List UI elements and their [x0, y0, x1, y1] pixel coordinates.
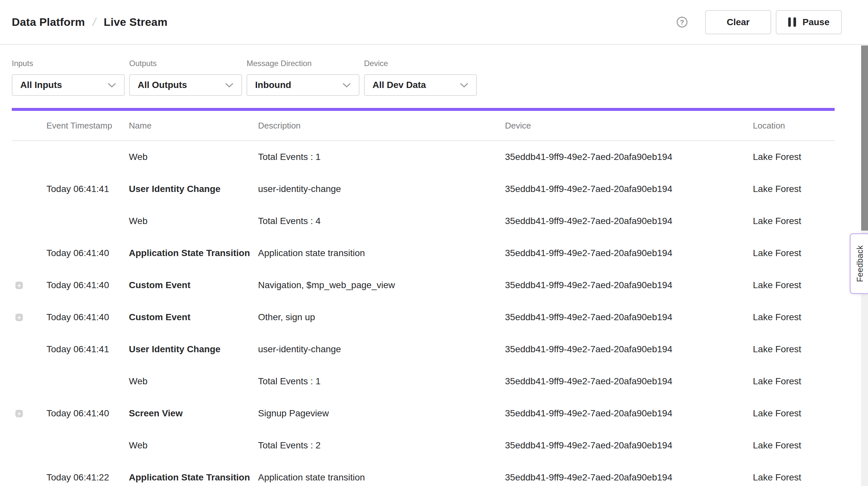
feedback-tab-label: Feedback [855, 245, 865, 282]
pause-button-label: Pause [803, 17, 830, 28]
filter-inputs: Inputs All Inputs [12, 60, 125, 96]
cell-location: Lake Forest [753, 472, 835, 483]
cell-device: 35eddb41-9ff9-49e2-7aed-20afa90eb194 [505, 280, 753, 291]
inputs-select[interactable]: All Inputs [12, 74, 125, 96]
cell-location: Lake Forest [753, 376, 835, 387]
cell-name: User Identity Change [129, 344, 258, 355]
filter-inputs-label: Inputs [12, 60, 125, 67]
expand-row-button[interactable]: + [16, 410, 23, 417]
cell-expand [12, 249, 46, 257]
cell-description: Signup Pageview [258, 408, 505, 419]
filter-bar: Inputs All Inputs Outputs All Outputs Me… [0, 45, 868, 96]
cell-description: user-identity-change [258, 344, 505, 355]
cell-expand [12, 217, 46, 225]
cell-description: Application state transition [258, 248, 505, 259]
cell-expand [12, 346, 46, 353]
live-stream-table: Event Timestamp Name Description Device … [12, 111, 835, 486]
table-row[interactable]: Web Total Events : 1 35eddb41-9ff9-49e2-… [12, 365, 835, 397]
table-header-row: Event Timestamp Name Description Device … [12, 111, 835, 141]
cell-name: Web [129, 440, 258, 451]
cell-device: 35eddb41-9ff9-49e2-7aed-20afa90eb194 [505, 440, 753, 451]
breadcrumb-parent[interactable]: Data Platform [12, 16, 85, 28]
table-row[interactable]: Web Total Events : 1 35eddb41-9ff9-49e2-… [12, 141, 835, 173]
cell-device: 35eddb41-9ff9-49e2-7aed-20afa90eb194 [505, 376, 753, 387]
clear-button[interactable]: Clear [705, 10, 771, 34]
feedback-tab[interactable]: Feedback [850, 233, 868, 294]
filter-outputs-label: Outputs [129, 60, 242, 67]
table-row[interactable]: Today 06:41:40 Application State Transit… [12, 237, 835, 269]
cell-name: Web [129, 216, 258, 226]
scrollbar-thumb[interactable] [861, 45, 868, 231]
expand-row-button[interactable]: + [16, 314, 23, 321]
cell-device: 35eddb41-9ff9-49e2-7aed-20afa90eb194 [505, 312, 753, 323]
cell-location: Lake Forest [753, 440, 835, 451]
table-row[interactable]: + Today 06:41:40 Screen View Signup Page… [12, 397, 835, 429]
cell-description: Navigation, $mp_web_page_view [258, 280, 505, 291]
message-direction-select[interactable]: Inbound [247, 74, 360, 96]
cell-name: Custom Event [129, 312, 258, 323]
cell-expand [12, 378, 46, 385]
cell-expand [12, 474, 46, 481]
cell-device: 35eddb41-9ff9-49e2-7aed-20afa90eb194 [505, 472, 753, 483]
help-icon[interactable]: ? [677, 17, 687, 28]
cell-description: Total Events : 4 [258, 216, 505, 226]
page-header: Data Platform / Live Stream ? Clear Paus… [0, 0, 868, 45]
breadcrumb: Data Platform / Live Stream [12, 16, 167, 28]
plus-icon: + [17, 282, 21, 288]
chevron-down-icon [225, 83, 234, 88]
cell-location: Lake Forest [753, 184, 835, 194]
cell-device: 35eddb41-9ff9-49e2-7aed-20afa90eb194 [505, 184, 753, 194]
cell-name: Web [129, 376, 258, 387]
cell-timestamp: Today 06:41:40 [46, 248, 129, 259]
cell-timestamp: Today 06:41:41 [46, 344, 129, 355]
device-select-value: All Dev Data [373, 80, 426, 90]
table-row[interactable]: Web Total Events : 2 35eddb41-9ff9-49e2-… [12, 429, 835, 461]
column-header-device: Device [505, 121, 753, 131]
plus-icon: + [17, 314, 21, 321]
message-direction-select-value: Inbound [255, 80, 291, 90]
live-stream-page: { "header": { "breadcrumb": { "parent": … [0, 0, 868, 486]
cell-description: Other, sign up [258, 312, 505, 323]
cell-expand: + [12, 282, 46, 289]
filter-message-direction-label: Message Direction [247, 60, 360, 67]
outputs-select[interactable]: All Outputs [129, 74, 242, 96]
cell-description: Total Events : 1 [258, 152, 505, 162]
cell-name: Web [129, 152, 258, 162]
column-header-description: Description [258, 121, 505, 131]
expand-row-button[interactable]: + [16, 282, 23, 289]
cell-location: Lake Forest [753, 280, 835, 291]
device-select[interactable]: All Dev Data [364, 74, 477, 96]
cell-expand [12, 442, 46, 449]
filter-device: Device All Dev Data [364, 60, 477, 96]
cell-device: 35eddb41-9ff9-49e2-7aed-20afa90eb194 [505, 216, 753, 226]
table-row[interactable]: Web Total Events : 4 35eddb41-9ff9-49e2-… [12, 205, 835, 237]
cell-timestamp: Today 06:41:22 [46, 472, 129, 483]
cell-expand [12, 185, 46, 193]
cell-description: Total Events : 2 [258, 440, 505, 451]
table-body: Web Total Events : 1 35eddb41-9ff9-49e2-… [12, 141, 835, 486]
pause-button[interactable]: Pause [776, 10, 842, 34]
table-row[interactable]: Today 06:41:41 User Identity Change user… [12, 333, 835, 365]
filter-message-direction: Message Direction Inbound [247, 60, 360, 96]
cell-name: Screen View [129, 408, 258, 419]
cell-expand [12, 153, 46, 161]
cell-name: Application State Transition [129, 472, 258, 483]
cell-location: Lake Forest [753, 152, 835, 162]
cell-timestamp: Today 06:41:41 [46, 184, 129, 194]
cell-name: Application State Transition [129, 248, 258, 259]
cell-name: User Identity Change [129, 184, 258, 194]
cell-location: Lake Forest [753, 344, 835, 355]
table-row[interactable]: + Today 06:41:40 Custom Event Navigation… [12, 269, 835, 301]
cell-device: 35eddb41-9ff9-49e2-7aed-20afa90eb194 [505, 408, 753, 419]
chevron-down-icon [107, 83, 116, 88]
breadcrumb-separator: / [92, 16, 97, 28]
cell-location: Lake Forest [753, 216, 835, 226]
column-header-name: Name [129, 121, 258, 131]
table-row[interactable]: Today 06:41:41 User Identity Change user… [12, 173, 835, 205]
cell-timestamp: Today 06:41:40 [46, 408, 129, 419]
filter-outputs: Outputs All Outputs [129, 60, 242, 96]
table-row[interactable]: + Today 06:41:40 Custom Event Other, sig… [12, 301, 835, 333]
chevron-down-icon [342, 83, 351, 88]
filter-device-label: Device [364, 60, 477, 67]
table-row[interactable]: Today 06:41:22 Application State Transit… [12, 461, 835, 486]
